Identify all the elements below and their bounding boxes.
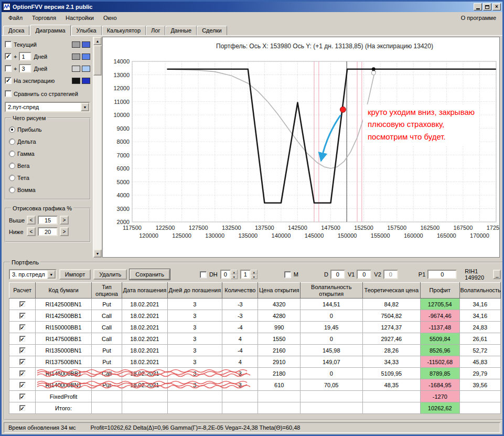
row-checkbox[interactable]: ✓ xyxy=(19,347,26,354)
series-checkbox[interactable] xyxy=(5,65,12,72)
row-checkbox[interactable]: ✓ xyxy=(19,313,26,319)
spin-up-icon[interactable]: ▲ xyxy=(231,270,238,274)
menu-item[interactable]: Настройки xyxy=(61,13,99,23)
scroll-down-icon[interactable]: ▼ xyxy=(93,249,102,258)
row-checkbox[interactable]: ✓ xyxy=(19,301,26,307)
increase-button[interactable]: > xyxy=(60,227,69,236)
scroll-up-icon[interactable]: ▲ xyxy=(93,37,102,45)
side-scrollbar[interactable]: ▲ ▼ xyxy=(93,37,101,258)
svg-text:170000: 170000 xyxy=(470,232,489,239)
minimize-button[interactable] xyxy=(474,3,482,10)
spin-down-icon[interactable]: ▼ xyxy=(231,274,238,279)
decrease-button[interactable]: < xyxy=(27,216,36,225)
row-checkbox[interactable]: ✓ xyxy=(19,382,26,388)
preset-dropdown[interactable]: 3. пр.стредл ▼ xyxy=(9,269,57,280)
draw-option-label: Дельта xyxy=(17,139,36,145)
series-checkbox[interactable]: ✓ xyxy=(5,77,12,84)
scrollbar-thumb[interactable] xyxy=(93,45,102,76)
days-input[interactable]: 1 xyxy=(19,52,31,61)
row-checkbox[interactable]: ✓ xyxy=(19,336,26,342)
menu-item[interactable]: Торговля xyxy=(27,13,61,23)
series-checkbox[interactable]: ✓ xyxy=(5,53,12,60)
tab-4[interactable]: Лог xyxy=(146,26,165,35)
tab-5[interactable]: Данные xyxy=(165,26,197,35)
svg-text:155000: 155000 xyxy=(371,232,390,239)
v1-field[interactable]: 0 xyxy=(357,270,371,279)
spin-down-icon[interactable]: ▼ xyxy=(251,274,258,279)
menu-item[interactable]: Окно xyxy=(99,13,122,23)
cell: 18.02.2021 xyxy=(122,299,167,310)
tab-3[interactable]: Калькулятор xyxy=(102,26,146,35)
save-button[interactable]: Сохранить xyxy=(130,269,170,280)
draw-option-row: Дельта xyxy=(9,136,87,147)
svg-text:127500: 127500 xyxy=(189,225,208,231)
row-checkbox[interactable]: ✓ xyxy=(19,324,26,331)
draw-radio[interactable] xyxy=(9,187,15,193)
row-checkbox[interactable]: ✓ xyxy=(19,359,26,365)
draw-radio[interactable] xyxy=(9,139,15,145)
status-update-time: Время обновления 34 мс xyxy=(8,424,76,431)
color-swatch[interactable] xyxy=(82,78,90,84)
draw-radio[interactable] xyxy=(9,151,15,157)
d-field[interactable]: 0 xyxy=(330,270,345,279)
annotation-line: посмотрим что будет. xyxy=(368,131,475,143)
spin-up-icon[interactable]: ▲ xyxy=(251,270,258,274)
profit-cell: -1684,95 xyxy=(421,379,459,391)
color-swatch[interactable] xyxy=(72,66,80,72)
draw-radio[interactable] xyxy=(9,175,15,181)
draw-option-label: Вомма xyxy=(17,187,36,193)
increase-button[interactable]: > xyxy=(60,216,69,225)
svg-text:162500: 162500 xyxy=(420,225,439,231)
m-checkbox[interactable] xyxy=(284,271,291,278)
dh-spinner-2[interactable]: 1 ▲ ▼ xyxy=(240,270,258,279)
close-button[interactable]: × xyxy=(492,3,501,10)
import-button[interactable]: Импорт xyxy=(59,269,91,280)
red-marker xyxy=(340,107,346,112)
decrease-button[interactable]: < xyxy=(27,227,36,236)
cell: 2910 xyxy=(258,356,300,368)
draw-radio[interactable] xyxy=(9,163,15,169)
column-header: Дней до погашения xyxy=(167,283,222,299)
color-swatch[interactable] xyxy=(82,54,90,60)
row-calc-cell: ✓ xyxy=(9,356,36,368)
profit-cell: 8526,96 xyxy=(421,345,459,356)
draw-radio[interactable] xyxy=(9,126,15,133)
tab-0[interactable]: Доска xyxy=(3,26,29,35)
chevron-down-icon[interactable]: ▼ xyxy=(47,270,56,279)
p1-field[interactable]: 0 xyxy=(427,270,457,279)
tab-2[interactable]: Улыбка xyxy=(71,26,102,35)
range-value-field[interactable]: 20 xyxy=(38,227,58,236)
cell: Call xyxy=(91,310,122,322)
cell xyxy=(300,402,362,414)
compare-checkbox[interactable] xyxy=(5,90,12,97)
row-checkbox[interactable]: ✓ xyxy=(19,394,26,400)
svg-text:167500: 167500 xyxy=(454,225,473,231)
maximize-button[interactable] xyxy=(483,3,491,10)
color-swatch[interactable] xyxy=(72,41,80,48)
chevron-down-icon[interactable]: ▼ xyxy=(81,103,89,111)
range-value-field[interactable]: 15 xyxy=(38,216,58,225)
cell: 0 xyxy=(300,310,362,322)
color-swatch[interactable] xyxy=(82,66,90,72)
portfolio-chart[interactable]: 1400013000120001100010000900080007000600… xyxy=(103,53,499,257)
tab-1[interactable]: Диаграмма xyxy=(30,25,70,36)
tab-6[interactable]: Сделки xyxy=(197,26,227,35)
color-swatch[interactable] xyxy=(72,54,80,60)
menu-about[interactable]: О программе xyxy=(457,13,500,23)
dh-checkbox[interactable] xyxy=(200,271,207,278)
row-checkbox[interactable]: ✓ xyxy=(19,405,26,411)
color-swatch[interactable] xyxy=(72,78,80,84)
row-checkbox[interactable]: ✓ xyxy=(19,370,26,377)
series-checkbox[interactable] xyxy=(5,41,12,48)
cell: Put xyxy=(91,345,122,356)
strategy-dropdown[interactable]: 2.пут-спред ▼ xyxy=(5,102,90,112)
dh-spinner-1[interactable]: 0 ▲ ▼ xyxy=(220,270,238,279)
misc-button[interactable]: _ xyxy=(493,270,501,279)
color-swatch[interactable] xyxy=(82,41,90,48)
days-input[interactable]: 3 xyxy=(19,64,31,73)
delete-button[interactable]: Удалить xyxy=(93,269,127,280)
cell xyxy=(122,391,167,402)
series-swatches xyxy=(72,41,90,48)
dh-label: DH xyxy=(209,271,218,278)
menu-item[interactable]: Файл xyxy=(4,13,27,23)
